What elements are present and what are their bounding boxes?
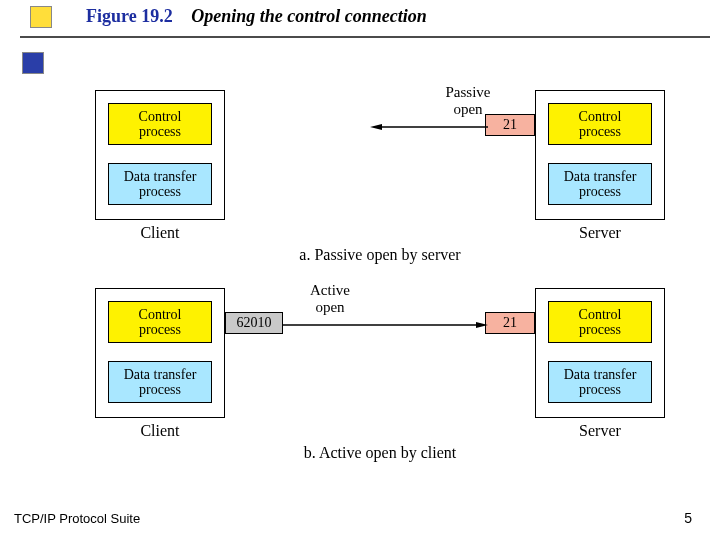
- client-data-process: Data transfer process: [108, 163, 212, 205]
- header-rule: [20, 36, 710, 38]
- decoration-square-blue: [22, 52, 44, 74]
- client-label: Client: [95, 224, 225, 242]
- svg-marker-1: [370, 124, 382, 130]
- server-label: Server: [535, 422, 665, 440]
- server-control-process: Control process: [548, 103, 652, 145]
- passive-open-label: Passive open: [428, 84, 508, 117]
- server-label: Server: [535, 224, 665, 242]
- diagram: Control process Data transfer process Cl…: [80, 90, 680, 486]
- diagram-active-open: Control process Data transfer process Cl…: [80, 288, 680, 458]
- client-label: Client: [95, 422, 225, 440]
- decoration-square-yellow: [30, 6, 52, 28]
- server-control-process: Control process: [548, 301, 652, 343]
- active-open-arrow-icon: [283, 322, 488, 328]
- caption-b: b. Active open by client: [80, 444, 680, 462]
- svg-marker-3: [476, 322, 488, 328]
- client-box: Control process Data transfer process: [95, 288, 225, 418]
- server-port-21: 21: [485, 312, 535, 334]
- figure-title: Opening the control connection: [177, 6, 427, 26]
- server-box: Control process Data transfer process: [535, 288, 665, 418]
- client-data-process: Data transfer process: [108, 361, 212, 403]
- slide-title: Figure 19.2 Opening the control connecti…: [86, 6, 427, 27]
- caption-a: a. Passive open by server: [80, 246, 680, 264]
- diagram-passive-open: Control process Data transfer process Cl…: [80, 90, 680, 260]
- client-control-process: Control process: [108, 301, 212, 343]
- client-box: Control process Data transfer process: [95, 90, 225, 220]
- server-data-process: Data transfer process: [548, 163, 652, 205]
- active-open-label: Active open: [290, 282, 370, 315]
- server-port-21: 21: [485, 114, 535, 136]
- footer-text: TCP/IP Protocol Suite: [14, 511, 140, 526]
- client-port-62010: 62010: [225, 312, 283, 334]
- client-control-process: Control process: [108, 103, 212, 145]
- slide-header: Figure 19.2 Opening the control connecti…: [0, 0, 720, 52]
- server-data-process: Data transfer process: [548, 361, 652, 403]
- figure-number: Figure 19.2: [86, 6, 173, 26]
- passive-open-arrow-icon: [370, 124, 488, 130]
- server-box: Control process Data transfer process: [535, 90, 665, 220]
- page-number: 5: [684, 510, 692, 526]
